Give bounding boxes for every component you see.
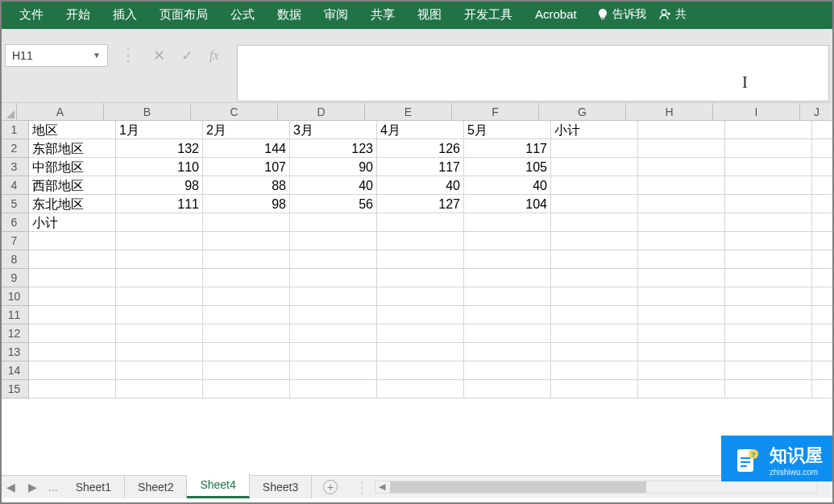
cell-F9[interactable] [464, 269, 551, 287]
cell-J10[interactable] [812, 287, 834, 306]
cell-F12[interactable] [464, 324, 551, 343]
cell-D7[interactable] [290, 232, 377, 250]
cell-J12[interactable] [812, 324, 834, 343]
cell-C3[interactable]: 107 [203, 158, 290, 176]
cell-C15[interactable] [203, 380, 290, 399]
cell-D5[interactable]: 56 [290, 195, 377, 213]
ribbon-tab-review[interactable]: 审阅 [313, 0, 359, 29]
cell-B8[interactable] [116, 250, 203, 269]
cell-A15[interactable] [29, 380, 116, 399]
cell-E14[interactable] [377, 361, 464, 380]
cell-A4[interactable]: 西部地区 [29, 176, 116, 195]
cell-D9[interactable] [290, 269, 377, 287]
cell-A13[interactable] [29, 343, 116, 361]
cell-E13[interactable] [377, 343, 464, 361]
ribbon-tab-file[interactable]: 文件 [8, 0, 55, 29]
cell-A8[interactable] [29, 250, 116, 269]
cell-G10[interactable] [551, 287, 638, 306]
cell-H6[interactable] [638, 213, 725, 232]
cell-G7[interactable] [551, 232, 638, 250]
cell-H1[interactable] [638, 121, 725, 139]
row-header-3[interactable]: 3 [0, 158, 29, 176]
cell-C4[interactable]: 88 [203, 176, 290, 195]
cell-I6[interactable] [725, 213, 812, 232]
sheet-nav-next[interactable]: ▶ [22, 481, 44, 494]
row-header-10[interactable]: 10 [0, 287, 29, 306]
cell-F4[interactable]: 40 [464, 176, 551, 195]
column-header-d[interactable]: D [278, 103, 365, 120]
cell-H8[interactable] [638, 250, 725, 269]
cell-C7[interactable] [203, 232, 290, 250]
ribbon-tab-formula[interactable]: 公式 [219, 0, 266, 29]
row-header-2[interactable]: 2 [0, 139, 29, 158]
cell-F10[interactable] [464, 287, 551, 306]
cell-C8[interactable] [203, 250, 290, 269]
ribbon-tab-dev[interactable]: 开发工具 [453, 0, 524, 29]
cell-G8[interactable] [551, 250, 638, 269]
cell-D11[interactable] [290, 306, 377, 324]
cell-I15[interactable] [725, 380, 812, 399]
row-header-14[interactable]: 14 [0, 361, 29, 380]
cell-A14[interactable] [29, 361, 116, 380]
cell-F13[interactable] [464, 343, 551, 361]
cell-D15[interactable] [290, 380, 377, 399]
cell-F1[interactable]: 5月 [464, 121, 551, 139]
cell-J11[interactable] [812, 306, 834, 324]
cell-J2[interactable] [812, 139, 834, 158]
cell-J3[interactable] [812, 158, 834, 176]
name-box[interactable]: H11 ▼ [5, 44, 108, 67]
cell-E8[interactable] [377, 250, 464, 269]
cell-G2[interactable] [551, 139, 638, 158]
ribbon-tab-layout[interactable]: 页面布局 [148, 0, 219, 29]
cell-F8[interactable] [464, 250, 551, 269]
cell-G1[interactable]: 小计 [551, 121, 638, 139]
ribbon-tab-insert[interactable]: 插入 [102, 0, 148, 29]
cell-A9[interactable] [29, 269, 116, 287]
cell-E9[interactable] [377, 269, 464, 287]
cell-B4[interactable]: 98 [116, 176, 203, 195]
cell-E1[interactable]: 4月 [377, 121, 464, 139]
accept-formula-button[interactable]: ✓ [173, 47, 201, 64]
ribbon-tab-data[interactable]: 数据 [266, 0, 313, 29]
cell-D6[interactable] [290, 213, 377, 232]
cell-I5[interactable] [725, 195, 812, 213]
cell-B6[interactable] [116, 213, 203, 232]
row-header-7[interactable]: 7 [0, 232, 29, 250]
cell-J15[interactable] [812, 380, 834, 399]
column-header-h[interactable]: H [626, 103, 713, 120]
cell-H10[interactable] [638, 287, 725, 306]
ribbon-tab-share[interactable]: 共享 [359, 0, 406, 29]
cell-G4[interactable] [551, 176, 638, 195]
cell-E3[interactable]: 117 [377, 158, 464, 176]
cell-F2[interactable]: 117 [464, 139, 551, 158]
cell-B2[interactable]: 132 [116, 139, 203, 158]
cell-G6[interactable] [551, 213, 638, 232]
cell-H13[interactable] [638, 343, 725, 361]
cell-H11[interactable] [638, 306, 725, 324]
cell-E4[interactable]: 40 [377, 176, 464, 195]
cell-E7[interactable] [377, 232, 464, 250]
cell-B3[interactable]: 110 [116, 158, 203, 176]
column-header-g[interactable]: G [539, 103, 626, 120]
column-header-b[interactable]: B [104, 103, 191, 120]
cell-F14[interactable] [464, 361, 551, 380]
formula-input[interactable]: I [237, 45, 829, 101]
ribbon-tab-view[interactable]: 视图 [406, 0, 453, 29]
horizontal-scrollbar[interactable]: ◀ [375, 481, 818, 494]
cell-A10[interactable] [29, 287, 116, 306]
row-header-15[interactable]: 15 [0, 380, 29, 399]
cell-C12[interactable] [203, 324, 290, 343]
column-header-a[interactable]: A [17, 103, 104, 120]
cell-F15[interactable] [464, 380, 551, 399]
row-header-13[interactable]: 13 [0, 343, 29, 361]
cell-G12[interactable] [551, 324, 638, 343]
cell-E10[interactable] [377, 287, 464, 306]
cell-I14[interactable] [725, 361, 812, 380]
cell-J7[interactable] [812, 232, 834, 250]
cell-F3[interactable]: 105 [464, 158, 551, 176]
column-header-e[interactable]: E [365, 103, 452, 120]
sheet-nav-dots[interactable]: ... [44, 481, 63, 494]
cell-H2[interactable] [638, 139, 725, 158]
cell-C9[interactable] [203, 269, 290, 287]
cell-H3[interactable] [638, 158, 725, 176]
